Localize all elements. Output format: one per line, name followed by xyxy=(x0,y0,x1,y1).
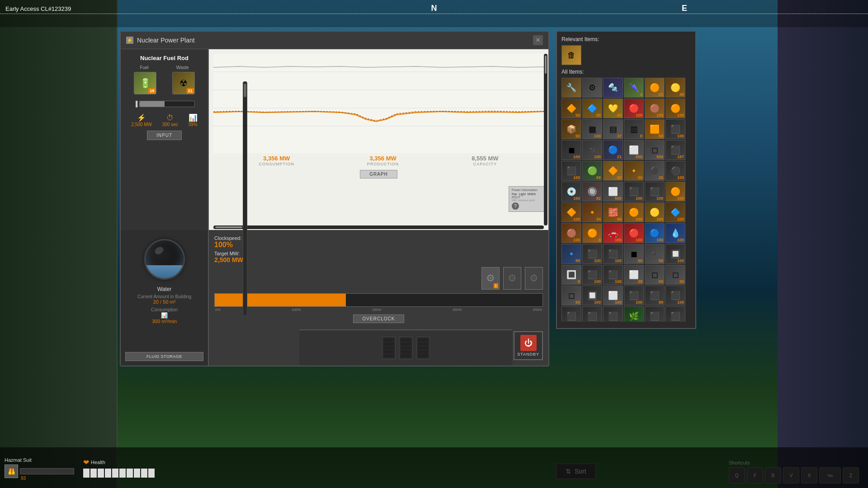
item-58[interactable]: ⬜ 28 xyxy=(624,265,644,285)
item-4[interactable]: 🌂 4 xyxy=(624,78,644,98)
compass-east: E xyxy=(682,4,687,13)
item-42[interactable]: 🔷 100 xyxy=(665,202,685,222)
item-69[interactable]: ⬛ 100 xyxy=(603,306,623,322)
item-46-count: 100 xyxy=(636,238,642,242)
item-64[interactable]: ⬛ 100 xyxy=(624,286,644,305)
item-49[interactable]: 🔹 89 xyxy=(561,244,581,264)
item-48[interactable]: 💧 100 xyxy=(665,223,685,243)
item-10[interactable]: 🔴 100 xyxy=(624,99,644,118)
item-2[interactable]: ⚙ xyxy=(582,78,602,98)
item-50-count: 100 xyxy=(594,258,601,263)
item-16[interactable]: ▥ 8 xyxy=(624,119,644,139)
item-27[interactable]: 🔶 50 xyxy=(603,161,623,181)
item-53[interactable]: ◾ 50 xyxy=(645,244,665,264)
item-70[interactable]: 🌿 266 xyxy=(624,306,644,322)
item-3[interactable]: 🔩 xyxy=(603,78,623,98)
item-9[interactable]: 💛 43 xyxy=(603,99,623,118)
item-7[interactable]: 🔶 50 xyxy=(561,99,581,118)
item-5[interactable]: 🟠 21 xyxy=(645,78,665,98)
item-59[interactable]: ◻ 50 xyxy=(645,265,665,285)
item-43[interactable]: 🟤 100 xyxy=(561,223,581,243)
item-72[interactable]: ⬛ 11 xyxy=(665,306,685,322)
overclock-bar[interactable] xyxy=(214,293,543,307)
item-17[interactable]: 🟧 50 xyxy=(645,119,665,139)
item-67[interactable]: ⬛ 100 xyxy=(561,306,581,322)
item-1[interactable]: 🔧 xyxy=(561,78,581,98)
item-71[interactable]: ⬛ 10 xyxy=(645,306,665,322)
item-44[interactable]: 🟠 8 xyxy=(582,223,602,243)
item-46[interactable]: 🔴 100 xyxy=(624,223,644,243)
item-63[interactable]: ⬜ 100 xyxy=(603,286,623,305)
items-panel: Relevant Items: 🗑 8 All Items: 🔧 ⚙ 🔩 🌂 4… xyxy=(556,31,696,329)
item-68-icon: ⬛ xyxy=(584,308,600,322)
item-37[interactable]: 🔶 100 xyxy=(561,202,581,222)
overclock-bar-marks: 0% 100% 150% 200% 250% xyxy=(214,308,543,312)
item-33[interactable]: ⬜ 500 xyxy=(603,182,623,202)
consumption-stat: 3,356 MW CONSUMPTION xyxy=(259,155,294,166)
relevant-item-1[interactable]: 🗑 8 xyxy=(561,45,581,65)
item-60[interactable]: ◻ 50 xyxy=(665,265,685,285)
item-26[interactable]: 🟢 69 xyxy=(582,161,602,181)
oc-icon-3[interactable]: ⚙ xyxy=(525,267,543,290)
panel-titlebar: ⚡ Nuclear Power Plant × xyxy=(121,32,548,49)
item-61[interactable]: ◻ 50 xyxy=(561,286,581,305)
item-51[interactable]: ⬛ 100 xyxy=(603,244,623,264)
item-68[interactable]: ⬛ 100 xyxy=(582,306,602,322)
health-bar-8 xyxy=(134,469,140,478)
item-35[interactable]: ⬛ 100 xyxy=(645,182,665,202)
item-66[interactable]: ⬛ 100 xyxy=(665,286,685,305)
item-47[interactable]: 🔵 100 xyxy=(645,223,665,243)
item-13[interactable]: 📦 50 xyxy=(561,119,581,139)
nuclear-fuel-item[interactable]: 🔋 19 xyxy=(134,72,156,94)
item-19[interactable]: ◼ 100 xyxy=(561,140,581,160)
item-11[interactable]: 🟤 100 xyxy=(645,99,665,118)
item-40[interactable]: 🟠 100 xyxy=(624,202,644,222)
item-12[interactable]: 🟠 100 xyxy=(665,99,685,118)
player-info: Hazmat Suit 🦺 93 xyxy=(5,457,74,478)
item-22[interactable]: ⬜ 500 xyxy=(624,140,644,160)
item-54[interactable]: 🔲 100 xyxy=(665,244,685,264)
item-56[interactable]: ⬛ 100 xyxy=(582,265,602,285)
item-29[interactable]: ⚫ 25 xyxy=(645,161,665,181)
item-71-icon: ⬛ xyxy=(646,308,663,322)
item-36[interactable]: 🟠 100 xyxy=(665,182,685,202)
item-41[interactable]: 🟡 100 xyxy=(645,202,665,222)
item-8[interactable]: 🔷 50 xyxy=(582,99,602,118)
overclock-button[interactable]: OVERCLOCK xyxy=(353,314,405,323)
item-67-count: 100 xyxy=(573,321,580,322)
item-15[interactable]: ▤ 37 xyxy=(603,119,623,139)
item-65[interactable]: ⬛ 89 xyxy=(645,286,665,305)
item-28[interactable]: 🔸 50 xyxy=(624,161,644,181)
item-62[interactable]: 🔲 100 xyxy=(582,286,602,305)
graph-button[interactable]: GRAPH xyxy=(360,170,397,178)
item-30[interactable]: ⚫ 100 xyxy=(665,161,685,181)
item-55[interactable]: 🔳 8 xyxy=(561,265,581,285)
item-52[interactable]: ◼ 50 xyxy=(624,244,644,264)
item-32[interactable]: 🔘 82 xyxy=(582,182,602,202)
fuel-progress-fill xyxy=(140,101,164,107)
item-50[interactable]: ⬛ 100 xyxy=(582,244,602,264)
progress-bar-container: ▐ xyxy=(134,101,195,107)
waste-item[interactable]: ☢ 21 xyxy=(172,72,195,94)
item-34[interactable]: ⬛ 100 xyxy=(624,182,644,202)
item-45[interactable]: 🚗 100 xyxy=(603,223,623,243)
input-button[interactable]: INPUT xyxy=(147,131,182,140)
oc-icon-1[interactable]: ⚙ 1 xyxy=(481,267,500,290)
item-20[interactable]: ◾ 100 xyxy=(582,140,602,160)
fluid-storage-button[interactable]: FLUID STORAGE xyxy=(125,352,203,361)
oc-icon-2[interactable]: ⚙ xyxy=(503,267,521,290)
item-25[interactable]: ⬛ 100 xyxy=(561,161,581,181)
item-38[interactable]: 🔸 34 xyxy=(582,202,602,222)
item-24[interactable]: ⬛ 187 xyxy=(665,140,685,160)
item-39[interactable]: 🧱 94 xyxy=(603,202,623,222)
item-23[interactable]: ◻ 500 xyxy=(645,140,665,160)
item-14[interactable]: ▦ 100 xyxy=(582,119,602,139)
item-21[interactable]: 🔵 21 xyxy=(603,140,623,160)
standby-button[interactable]: ⏻ STANDBY xyxy=(514,331,543,360)
item-57[interactable]: ⬛ 100 xyxy=(603,265,623,285)
item-6[interactable]: 🟡 49 xyxy=(665,78,685,98)
item-31[interactable]: 💿 100 xyxy=(561,182,581,202)
close-button[interactable]: × xyxy=(533,35,543,45)
item-18[interactable]: ⬛ 100 xyxy=(665,119,685,139)
target-mw-label: Target MW: xyxy=(214,251,543,256)
